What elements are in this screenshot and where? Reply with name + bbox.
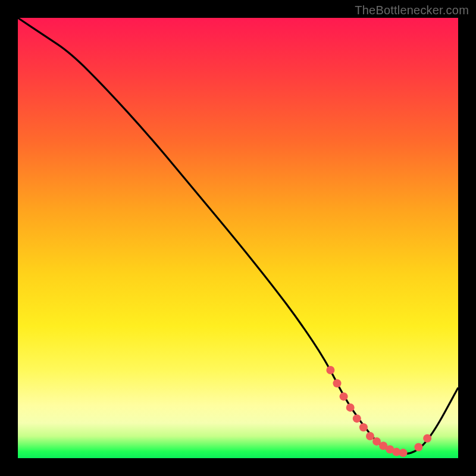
- curve-marker: [326, 366, 334, 374]
- curve-marker: [346, 403, 355, 412]
- curve-marker: [399, 449, 408, 457]
- curve-marker: [359, 423, 368, 431]
- marker-group: [326, 366, 431, 457]
- plot-area: [18, 18, 458, 458]
- curve-marker: [366, 432, 374, 440]
- watermark-text: TheBottlenecker.com: [355, 4, 469, 17]
- curve-marker: [423, 434, 431, 443]
- curve-marker: [353, 414, 361, 422]
- curve-marker: [340, 392, 348, 400]
- curve-svg: [18, 18, 458, 458]
- curve-marker: [414, 443, 422, 452]
- curve-marker: [333, 379, 342, 387]
- bottleneck-curve: [18, 18, 458, 454]
- chart-frame: TheBottlenecker.com: [0, 0, 476, 476]
